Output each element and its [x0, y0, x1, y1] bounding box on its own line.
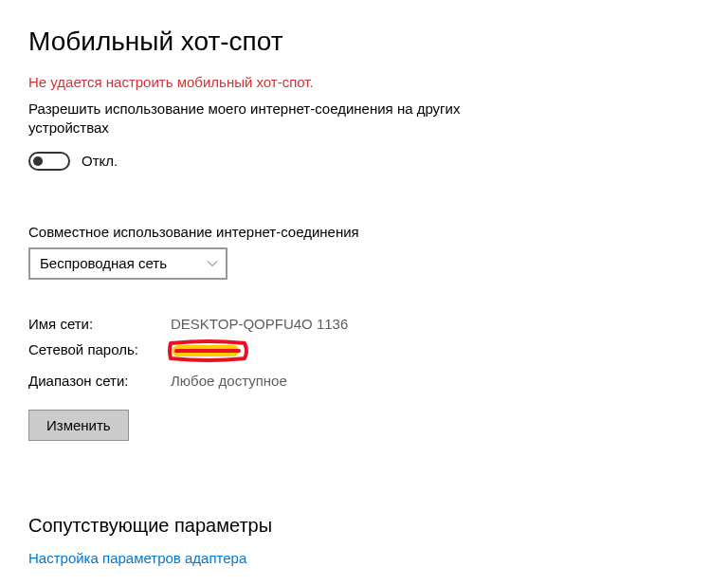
toggle-knob — [33, 156, 43, 166]
connection-share-label: Совместное использование интернет-соедин… — [28, 224, 700, 240]
page-title: Мобильный хот-спот — [28, 27, 700, 57]
edit-button[interactable]: Изменить — [28, 410, 129, 441]
network-band-value: Любое доступное — [171, 373, 287, 389]
network-password-label: Сетевой пароль: — [28, 341, 171, 363]
network-band-row: Диапазон сети: Любое доступное — [28, 373, 700, 389]
network-password-value — [171, 341, 245, 363]
network-password-row: Сетевой пароль: — [28, 341, 700, 363]
network-name-row: Имя сети: DESKTOP-QOPFU4O 1136 — [28, 316, 700, 332]
hotspot-error-message: Не удается настроить мобильный хот-спот. — [28, 74, 700, 90]
network-name-label: Имя сети: — [28, 316, 171, 332]
connection-select[interactable]: Беспроводная сеть — [28, 247, 228, 280]
chevron-down-icon — [207, 258, 218, 269]
adapter-settings-link[interactable]: Настройка параметров адаптера — [28, 550, 700, 566]
share-toggle-row: Откл. — [28, 152, 700, 171]
toggle-state-label: Откл. — [82, 153, 118, 169]
redacted-password — [171, 341, 245, 360]
share-description: Разрешить использование моего интернет-с… — [28, 100, 521, 138]
network-band-label: Диапазон сети: — [28, 373, 171, 389]
share-toggle[interactable] — [28, 152, 70, 171]
network-name-value: DESKTOP-QOPFU4O 1136 — [171, 316, 348, 332]
related-title: Сопутствующие параметры — [28, 515, 700, 537]
related-section: Сопутствующие параметры Настройка параме… — [28, 515, 700, 566]
connection-select-value: Беспроводная сеть — [40, 255, 167, 271]
